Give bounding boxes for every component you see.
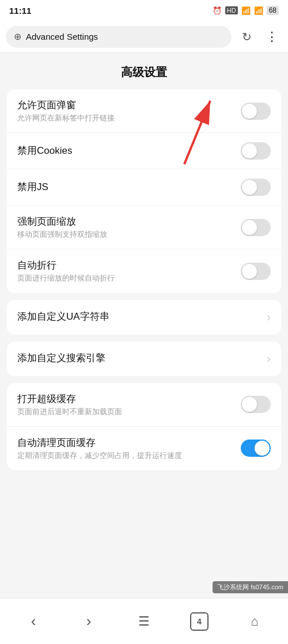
url-text: Advanced Settings [26, 32, 223, 41]
hd-icon: HD [225, 6, 238, 14]
setting-item-search[interactable]: 添加自定义搜索引擎 › [7, 342, 281, 376]
setting-title-cookies: 禁用Cookies [17, 144, 232, 157]
browser-toolbar: ⊕ Advanced Settings ↻ ⋮ [0, 21, 288, 53]
signal-icon: 📶 [254, 6, 263, 15]
status-bar: 11:11 ⏰ HD 📶 📶 68 [0, 0, 288, 21]
toggle-supercache[interactable] [241, 396, 271, 413]
nav-menu-button[interactable]: ☰ [131, 609, 157, 634]
toggle-clearcache[interactable] [241, 440, 271, 457]
bottom-nav: ‹ › ☰ 4 ⌂ [0, 598, 288, 644]
setting-title-js: 禁用JS [17, 180, 232, 194]
toggle-cookies[interactable] [241, 142, 271, 160]
setting-desc-popups: 允许网页在新标签中打开链接 [17, 113, 232, 123]
status-time: 11:11 [9, 6, 31, 16]
setting-desc-supercache: 页面前进后退时不重新加载页面 [17, 407, 232, 417]
tabs-count-badge: 4 [190, 612, 209, 631]
settings-card-group1: 允许页面弹窗 允许网页在新标签中打开链接 禁用Cookies 禁用JS 强制页面… [7, 89, 281, 293]
toggle-wrap[interactable] [241, 263, 271, 280]
setting-item-ua[interactable]: 添加自定义UA字符串 › [7, 300, 281, 335]
back-icon: ‹ [31, 612, 36, 630]
setting-title-supercache: 打开超级缓存 [17, 392, 232, 406]
setting-item-supercache: 打开超级缓存 页面前进后退时不重新加载页面 [7, 383, 281, 427]
chevron-icon-search: › [267, 352, 271, 365]
settings-card-ua: 添加自定义UA字符串 › [7, 300, 281, 335]
setting-title-zoom: 强制页面缩放 [17, 215, 232, 228]
setting-item-zoom: 强制页面缩放 移动页面强制支持双指缩放 [7, 206, 281, 249]
battery-icon: 68 [267, 6, 279, 15]
page-title: 高级设置 [121, 66, 167, 78]
toggle-js[interactable] [241, 179, 271, 196]
home-button[interactable]: ⌂ [242, 609, 267, 634]
menu-icon: ⋮ [266, 29, 278, 44]
tabs-button[interactable]: 4 [187, 609, 212, 634]
setting-title-ua: 添加自定义UA字符串 [17, 310, 257, 323]
toggle-popups[interactable] [241, 103, 271, 120]
url-bar[interactable]: ⊕ Advanced Settings [6, 26, 232, 48]
refresh-icon: ↻ [242, 30, 252, 44]
setting-title-wrap: 自动折行 [17, 259, 232, 272]
watermark: 飞沙系统网 fs0745.com [213, 581, 288, 593]
status-icons: ⏰ HD 📶 📶 68 [213, 6, 279, 15]
hamburger-icon: ☰ [138, 614, 150, 629]
setting-item-js: 禁用JS [7, 169, 281, 206]
forward-icon: › [86, 612, 92, 630]
home-icon: ⌂ [251, 614, 258, 629]
setting-desc-zoom: 移动页面强制支持双指缩放 [17, 229, 232, 240]
alarm-icon: ⏰ [213, 6, 222, 15]
wifi-icon: 📶 [241, 6, 251, 15]
back-button[interactable]: ‹ [21, 609, 46, 634]
page-title-bar: 高级设置 [0, 53, 288, 89]
settings-card-search: 添加自定义搜索引擎 › [7, 342, 281, 376]
setting-item-cookies: 禁用Cookies [7, 133, 281, 169]
menu-button[interactable]: ⋮ [262, 26, 282, 47]
setting-title-search: 添加自定义搜索引擎 [17, 351, 257, 365]
refresh-button[interactable]: ↻ [236, 26, 257, 47]
toggle-zoom[interactable] [241, 219, 271, 236]
setting-desc-wrap: 页面进行缩放的时候自动折行 [17, 273, 232, 283]
settings-card-cache: 打开超级缓存 页面前进后退时不重新加载页面 自动清理页面缓存 定期清理页面缓存，… [7, 383, 281, 470]
setting-item-clearcache: 自动清理页面缓存 定期清理页面缓存，减少空间占用，提升运行速度 [7, 427, 281, 470]
setting-item-wrap: 自动折行 页面进行缩放的时候自动折行 [7, 249, 281, 293]
setting-item-popups: 允许页面弹窗 允许网页在新标签中打开链接 [7, 89, 281, 133]
page-content: 高级设置 允许页面弹窗 允许网页在新标签中打开链接 禁用Cookies 禁用JS [0, 53, 288, 470]
forward-button[interactable]: › [76, 609, 101, 634]
setting-title-popups: 允许页面弹窗 [17, 99, 232, 112]
setting-desc-clearcache: 定期清理页面缓存，减少空间占用，提升运行速度 [17, 450, 232, 461]
chevron-icon-ua: › [267, 310, 271, 324]
setting-title-clearcache: 自动清理页面缓存 [17, 436, 232, 449]
globe-icon: ⊕ [14, 31, 21, 42]
